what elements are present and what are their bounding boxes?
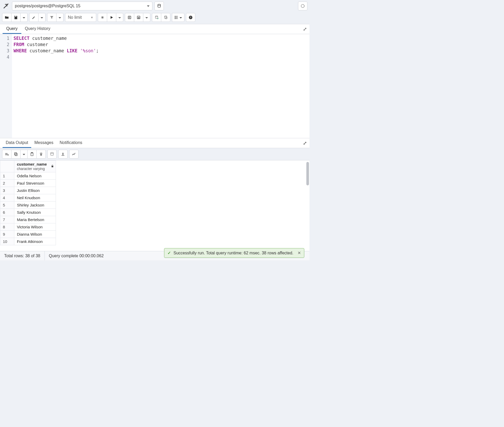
- rownum-cell[interactable]: 8: [0, 223, 14, 231]
- tab-data-output[interactable]: Data Output: [3, 138, 31, 148]
- execute-button[interactable]: [107, 13, 116, 22]
- cell-value[interactable]: Sally Knutson: [14, 209, 56, 216]
- save-file-dropdown[interactable]: [20, 13, 28, 22]
- table-row[interactable]: 1Odella Nelson: [0, 172, 56, 180]
- execute-dropdown[interactable]: [116, 13, 123, 22]
- connection-select[interactable]: postgres/postgres@PostgreSQL 15: [12, 2, 152, 10]
- results-grid: customer_name character varying 1Odella …: [0, 160, 309, 252]
- cell-value[interactable]: Odella Nelson: [14, 172, 56, 180]
- table-row[interactable]: 3Justin Ellison: [0, 187, 56, 194]
- rownum-cell[interactable]: 4: [0, 194, 14, 202]
- cell-value[interactable]: Neil Knudson: [14, 194, 56, 202]
- paste-button[interactable]: [27, 150, 37, 159]
- copy-button[interactable]: [11, 150, 21, 159]
- tab-query[interactable]: Query: [3, 24, 21, 34]
- filter-button[interactable]: [47, 13, 56, 22]
- explain-analyze-button[interactable]: [134, 13, 143, 22]
- svg-rect-17: [15, 153, 17, 156]
- edit-dropdown[interactable]: [38, 13, 46, 22]
- commit-button[interactable]: [152, 13, 161, 22]
- reset-layout-button[interactable]: [298, 2, 307, 10]
- svg-point-1: [301, 4, 304, 8]
- expand-output-button[interactable]: ⤢: [303, 140, 307, 146]
- scrollbar-thumb[interactable]: [306, 162, 309, 185]
- rownum-cell[interactable]: 5: [0, 202, 14, 209]
- rownum-cell[interactable]: 1: [0, 172, 14, 180]
- tab-notifications[interactable]: Notifications: [56, 138, 85, 148]
- toast-message: Successfully run. Total query runtime: 6…: [173, 251, 293, 255]
- cell-value[interactable]: Victoria Wilson: [14, 223, 56, 231]
- code-area[interactable]: SELECT customer_nameFROM customerWHERE c…: [12, 34, 100, 138]
- lock-icon: [51, 164, 54, 169]
- editor-tabbar: Query Query History ⤢: [0, 24, 309, 34]
- rownum-cell[interactable]: 9: [0, 231, 14, 238]
- output-toolbar: [0, 148, 309, 160]
- save-data-button[interactable]: [47, 150, 57, 159]
- check-icon: ✓: [167, 250, 171, 255]
- table-row[interactable]: 5Shirley Jackson: [0, 202, 56, 209]
- delete-row-button[interactable]: [36, 150, 46, 159]
- tab-query-history[interactable]: Query History: [21, 24, 54, 34]
- connection-label: postgres/postgres@PostgreSQL 15: [15, 4, 80, 8]
- results-table[interactable]: customer_name character varying 1Odella …: [0, 160, 56, 245]
- main-toolbar: No limit ▼ E ?: [0, 12, 309, 24]
- new-connection-button[interactable]: [154, 2, 164, 10]
- svg-point-10: [156, 16, 158, 17]
- row-limit-label: No limit: [68, 15, 82, 20]
- cell-value[interactable]: Frank Atkinson: [14, 238, 56, 245]
- success-toast: ✓ Successfully run. Total query runtime:…: [164, 248, 304, 258]
- svg-point-12: [175, 16, 175, 17]
- rownum-cell[interactable]: 3: [0, 187, 14, 194]
- rownum-cell[interactable]: 10: [0, 238, 14, 245]
- help-button[interactable]: ?: [186, 13, 195, 22]
- macros-button[interactable]: [172, 13, 184, 22]
- svg-point-14: [175, 18, 175, 19]
- explain-button[interactable]: E: [125, 13, 134, 22]
- table-row[interactable]: 10Frank Atkinson: [0, 238, 56, 245]
- table-row[interactable]: 7Maria Bertelson: [0, 216, 56, 223]
- triangle-down-icon: ▼: [91, 16, 93, 19]
- rollback-button[interactable]: [161, 13, 170, 22]
- sql-editor[interactable]: 1234 SELECT customer_nameFROM customerWH…: [0, 34, 309, 138]
- rownum-cell[interactable]: 7: [0, 216, 14, 223]
- connection-bar: postgres/postgres@PostgreSQL 15: [0, 0, 309, 12]
- edit-button[interactable]: [29, 13, 38, 22]
- row-limit-select[interactable]: No limit ▼: [65, 13, 96, 22]
- cell-value[interactable]: Justin Ellison: [14, 187, 56, 194]
- rownum-cell[interactable]: 6: [0, 209, 14, 216]
- svg-rect-18: [15, 153, 17, 155]
- explain-dropdown[interactable]: [143, 13, 150, 22]
- table-row[interactable]: 6Sally Knutson: [0, 209, 56, 216]
- cell-value[interactable]: Paul Stevenson: [14, 180, 56, 187]
- column-header[interactable]: customer_name character varying: [14, 161, 56, 172]
- table-row[interactable]: 9Dianna Wilson: [0, 231, 56, 238]
- expand-editor-button[interactable]: ⤢: [303, 26, 307, 32]
- chart-button[interactable]: [69, 150, 79, 159]
- rownum-header[interactable]: [0, 161, 14, 172]
- column-type: character varying: [17, 167, 45, 171]
- table-row[interactable]: 4Neil Knudson: [0, 194, 56, 202]
- output-tabbar: Data Output Messages Notifications ⤢: [0, 138, 309, 148]
- svg-rect-22: [51, 166, 53, 167]
- rownum-cell[interactable]: 2: [0, 180, 14, 187]
- copy-dropdown[interactable]: [20, 150, 28, 159]
- cell-value[interactable]: Dianna Wilson: [14, 231, 56, 238]
- svg-rect-7: [138, 17, 138, 18]
- status-query-complete: Query complete 00:00:00.062: [45, 251, 108, 260]
- add-row-button[interactable]: [2, 150, 11, 159]
- svg-point-11: [165, 16, 167, 17]
- cell-value[interactable]: Shirley Jackson: [14, 202, 56, 209]
- table-row[interactable]: 8Victoria Wilson: [0, 223, 56, 231]
- stop-button[interactable]: [98, 13, 107, 22]
- save-file-button[interactable]: [11, 13, 21, 22]
- svg-text:E: E: [129, 16, 130, 19]
- open-file-button[interactable]: [2, 13, 11, 22]
- download-button[interactable]: [58, 150, 68, 159]
- cell-value[interactable]: Maria Bertelson: [14, 216, 56, 223]
- filter-dropdown[interactable]: [56, 13, 63, 22]
- close-icon[interactable]: ✕: [298, 250, 301, 255]
- tab-messages[interactable]: Messages: [31, 138, 56, 148]
- column-name: customer_name: [17, 162, 49, 166]
- table-row[interactable]: 2Paul Stevenson: [0, 180, 56, 187]
- svg-point-13: [175, 17, 175, 18]
